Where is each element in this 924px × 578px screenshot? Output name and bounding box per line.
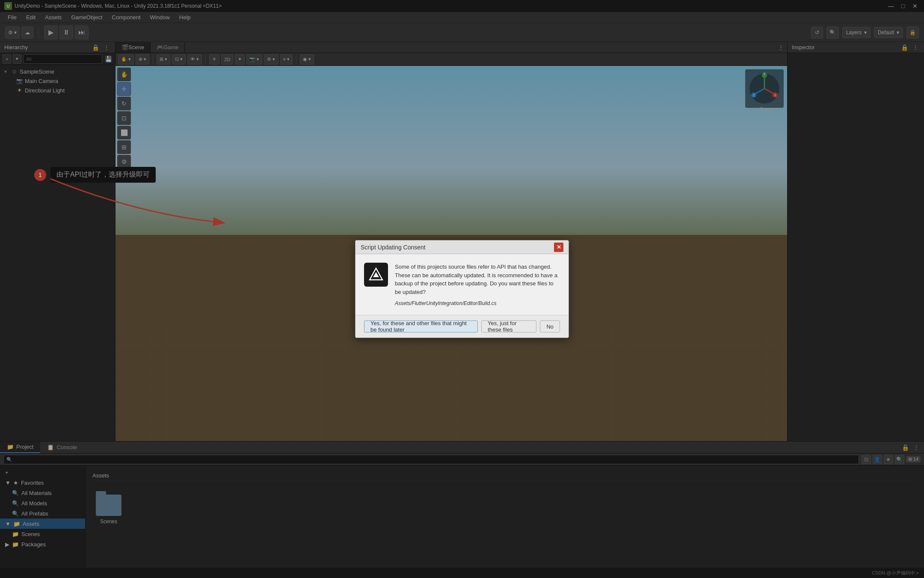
- unity-logo-svg: [368, 267, 384, 282]
- dialog-close-button[interactable]: ✕: [554, 243, 563, 252]
- btn-yes-these[interactable]: Yes, just for these files: [481, 320, 536, 332]
- dialog-header: Script Updating Consent ✕: [355, 240, 569, 254]
- dialog-body: Some of this projects source files refer…: [355, 254, 569, 315]
- btn-yes-all[interactable]: Yes, for these and other files that migh…: [364, 320, 478, 332]
- dialog-overlay: Script Updating Consent ✕ Some of this p…: [0, 0, 924, 578]
- dialog-text: Some of this projects source files refer…: [395, 263, 560, 306]
- dialog-title: Script Updating Consent: [361, 244, 426, 251]
- btn-no[interactable]: No: [540, 320, 560, 332]
- dialog-buttons: Yes, for these and other files that migh…: [355, 315, 569, 338]
- script-update-dialog: Script Updating Consent ✕ Some of this p…: [355, 240, 569, 338]
- dialog-message: Some of this projects source files refer…: [395, 263, 560, 296]
- dialog-file-path: Assets/FlutterUnityIntegration/Editor/Bu…: [395, 300, 560, 306]
- dialog-unity-icon: [364, 263, 388, 287]
